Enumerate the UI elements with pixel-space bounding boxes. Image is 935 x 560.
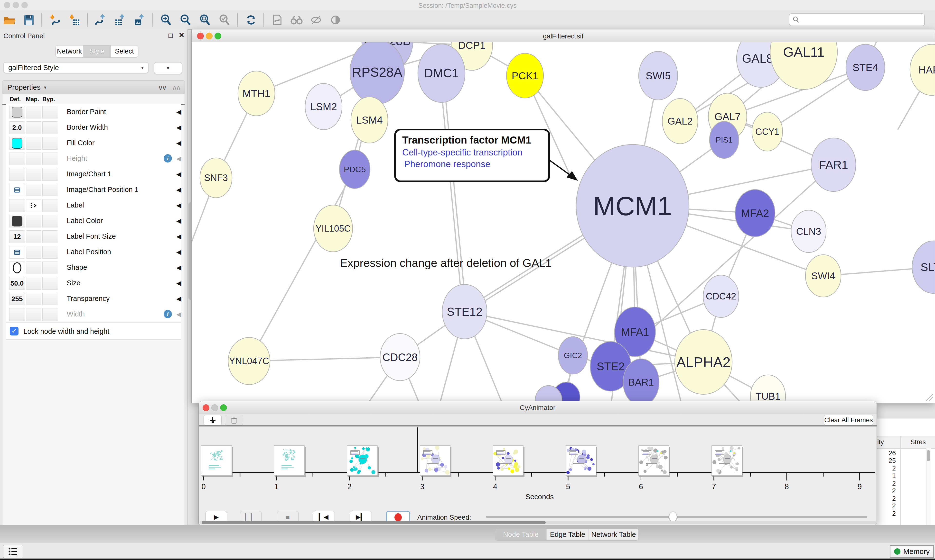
export-image-button[interactable] <box>133 13 147 27</box>
map-cell[interactable] <box>26 137 42 149</box>
expand-left-icon[interactable]: ◀ <box>176 186 181 194</box>
expand-left-icon[interactable]: ◀ <box>176 123 181 131</box>
property-row-fill-color[interactable]: Fill Color◀ <box>6 135 181 151</box>
frame-thumbnail-7[interactable] <box>711 445 742 475</box>
tab-node-table[interactable]: Node Table <box>495 529 547 540</box>
timeline[interactable]: 0123456789Seconds <box>199 426 876 511</box>
byp-cell[interactable] <box>42 262 58 274</box>
property-row-shape[interactable]: Shape◀ <box>6 260 181 276</box>
network-node-PDC5[interactable]: PDC5 <box>339 150 370 189</box>
frame-thumbnail-6[interactable] <box>639 445 669 475</box>
frame-thumbnail-1[interactable] <box>274 445 305 475</box>
def-cell[interactable]: 2.0 <box>9 122 25 134</box>
map-cell[interactable] <box>26 106 42 118</box>
network-node-LSM4[interactable]: LSM4 <box>351 97 388 143</box>
network-node-TUB1[interactable]: TUB1 <box>750 375 785 403</box>
import-table-button[interactable] <box>68 13 81 27</box>
map-cell[interactable] <box>26 199 42 212</box>
network-node-GIC2[interactable]: GIC2 <box>559 337 588 374</box>
zoom-fit-button[interactable] <box>198 13 212 27</box>
network-node-PCK1[interactable]: PCK1 <box>506 53 543 98</box>
style-dropdown[interactable]: galFiltered Style ▾ <box>3 62 148 73</box>
annotation-link[interactable]: Pheromone response <box>402 158 542 170</box>
expand-left-icon[interactable]: ◀ <box>176 217 181 225</box>
zoom-selected-button[interactable] <box>218 13 231 27</box>
network-node-CDC42[interactable]: CDC42 <box>703 275 739 317</box>
annotation-box[interactable]: Transcription factor MCM1 Cell-type-spec… <box>394 129 550 182</box>
map-cell[interactable] <box>26 122 42 134</box>
info-icon[interactable]: i <box>164 310 172 318</box>
property-row-label-position[interactable]: Label Position◀ <box>6 244 181 260</box>
byp-cell[interactable] <box>42 122 58 134</box>
timeline-hscrollbar-thumb[interactable] <box>202 521 546 524</box>
expand-left-icon[interactable]: ◀ <box>176 170 181 178</box>
expand-left-icon[interactable]: ◀ <box>176 295 181 303</box>
tab-select[interactable]: Select <box>111 46 138 57</box>
def-cell[interactable]: 50.0 <box>9 277 25 290</box>
network-node-MFA2[interactable]: MFA2 <box>735 189 775 237</box>
zoom-in-button[interactable] <box>159 13 173 27</box>
map-cell[interactable] <box>26 246 42 258</box>
frame-thumbnail-4[interactable] <box>493 445 523 475</box>
network-node-DMC1[interactable]: DMC1 <box>418 44 465 102</box>
import-network-button[interactable] <box>48 13 62 27</box>
network-node-LSM2[interactable]: LSM2 <box>305 83 342 130</box>
byp-cell[interactable] <box>42 246 58 258</box>
clear-all-frames-button[interactable]: Clear All Frames <box>824 415 873 425</box>
network-node-SWI5[interactable]: SWI5 <box>639 51 677 100</box>
network-node-MTH1[interactable]: MTH1 <box>238 71 275 116</box>
canvas-text-annotation[interactable]: Expression change after deletion of GAL1 <box>340 256 552 269</box>
tab-network[interactable]: Network <box>56 46 83 57</box>
frame-thumbnail-2[interactable] <box>347 445 378 475</box>
network-node-FAR1[interactable]: FAR1 <box>811 138 856 191</box>
network-node-STE12[interactable]: STE12 <box>442 285 487 339</box>
map-cell[interactable] <box>26 152 42 165</box>
property-row-image-chart-1[interactable]: Image/Chart 1◀ <box>6 166 181 182</box>
map-cell[interactable] <box>26 168 42 181</box>
playhead[interactable] <box>417 428 418 473</box>
byp-cell[interactable] <box>42 308 58 321</box>
map-cell[interactable] <box>26 277 42 290</box>
expand-left-icon[interactable]: ◀ <box>176 202 181 209</box>
def-cell[interactable] <box>9 215 25 228</box>
network-node-STE4[interactable]: STE4 <box>846 44 885 91</box>
property-row-label[interactable]: Label◀ <box>6 197 181 214</box>
network-node-SNF3[interactable]: SNF3 <box>200 158 232 198</box>
save-button[interactable] <box>22 13 35 27</box>
lock-checkbox[interactable]: ✓ <box>10 327 19 335</box>
zoom-out-button[interactable] <box>179 13 192 27</box>
network-node-CDC28[interactable]: CDC28 <box>380 334 420 381</box>
map-cell[interactable] <box>26 215 42 228</box>
network-node-CLN3[interactable]: CLN3 <box>791 210 826 252</box>
def-cell[interactable] <box>9 137 25 149</box>
map-cell[interactable] <box>26 308 42 321</box>
tab-network-table[interactable]: Network Table <box>589 529 639 540</box>
binoculars-button[interactable] <box>290 13 303 27</box>
def-cell[interactable] <box>9 106 25 118</box>
search-input[interactable] <box>802 16 920 24</box>
network-node-RPS28A[interactable]: RPS28A <box>350 42 404 104</box>
network-node-GCY1[interactable]: GCY1 <box>752 112 782 151</box>
def-cell[interactable]: 12 <box>9 230 25 243</box>
collapse-all-icon[interactable]: ∧∧ <box>172 83 180 92</box>
def-cell[interactable] <box>9 262 25 274</box>
property-row-border-paint[interactable]: Border Paint◀ <box>6 104 181 120</box>
eye-off-button[interactable] <box>309 13 323 27</box>
table-column-stress[interactable]: Stres <box>910 438 926 446</box>
expand-left-icon[interactable]: ◀ <box>176 139 181 147</box>
open-folder-button[interactable] <box>2 13 16 27</box>
tab-style[interactable]: Style <box>83 46 111 57</box>
property-row-label-color[interactable]: Label Color◀ <box>6 213 181 229</box>
memory-button[interactable]: Memory <box>890 545 934 558</box>
expand-left-icon[interactable]: ◀ <box>176 155 181 163</box>
def-cell[interactable] <box>9 152 25 165</box>
map-cell[interactable] <box>26 230 42 243</box>
map-cell[interactable] <box>26 184 42 196</box>
tab-edge-table[interactable]: Edge Table <box>547 529 589 540</box>
network-node-YIL105C[interactable]: YIL105C <box>313 205 353 252</box>
def-cell[interactable] <box>9 199 25 212</box>
timeline-hscrollbar[interactable] <box>200 521 876 524</box>
network-graph[interactable]: RPS28BDCP1RPS28ADMC1PCK1MTH1LSM2LSM4SNF3… <box>191 42 935 403</box>
property-row-height[interactable]: Heighti◀ <box>6 151 181 167</box>
byp-cell[interactable] <box>42 168 58 181</box>
